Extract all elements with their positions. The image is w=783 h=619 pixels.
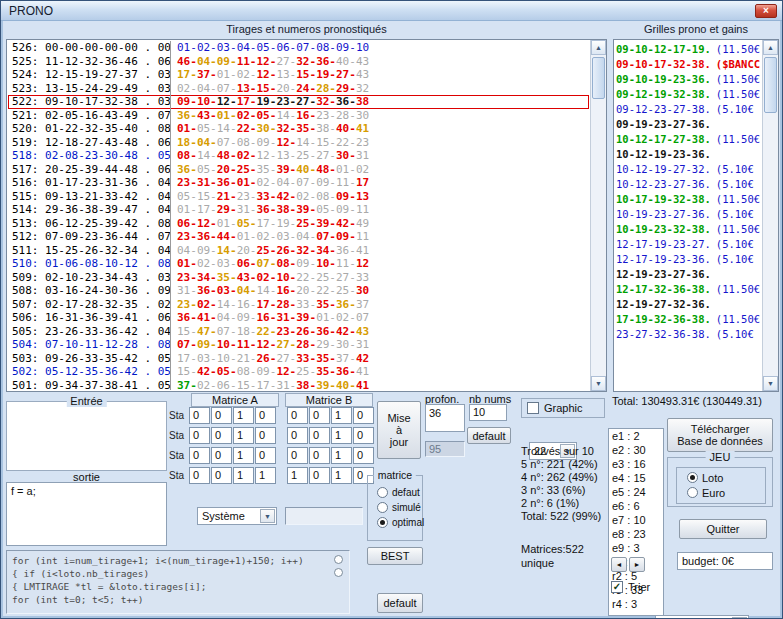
title-bar[interactable]: PRONO × bbox=[1, 1, 782, 21]
matrice-mode-radio-simulé[interactable] bbox=[377, 502, 388, 513]
matrix-b-cell[interactable]: 0 bbox=[309, 427, 330, 444]
jeu-option[interactable]: Loto bbox=[683, 470, 765, 485]
grille-row[interactable]: 10-12-19-23-36. bbox=[616, 147, 761, 162]
matrix-b-cell[interactable]: 1 bbox=[331, 407, 352, 424]
grille-row[interactable]: 09-19-23-27-36. bbox=[616, 117, 761, 132]
tirage-row[interactable]: 518: 02-08-23-30-48 . 0508-14-48-02-12-1… bbox=[8, 149, 589, 163]
grille-row[interactable]: 09-12-19-32-38.(11.50€ bbox=[616, 87, 761, 102]
matrix-a-cell[interactable]: 1 bbox=[255, 467, 276, 484]
matrix-b-cell[interactable]: 1 bbox=[331, 467, 352, 484]
grille-row[interactable]: 09-10-19-23-36.(11.50€ bbox=[616, 72, 761, 87]
systeme-dropdown[interactable]: Système ▼ bbox=[197, 507, 277, 525]
matrix-b-cell[interactable]: 1 bbox=[331, 447, 352, 464]
code-box[interactable]: for (int i=num_tirage+1; i<(num_tirage+1… bbox=[6, 550, 350, 614]
tirage-row[interactable]: 513: 06-12-25-39-42 . 0806-12-01-05-17-1… bbox=[8, 217, 589, 231]
grille-row[interactable]: 10-19-23-32-38.(11.50€ bbox=[616, 222, 761, 237]
grille-row[interactable]: 09-10-12-17-19.(11.50€ bbox=[616, 42, 761, 57]
matrix-a-cell[interactable]: 0 bbox=[211, 407, 232, 424]
matrix-b-cell[interactable]: 0 bbox=[309, 447, 330, 464]
graphic-checkbox[interactable] bbox=[527, 402, 539, 414]
matrix-a-cell[interactable]: 1 bbox=[233, 467, 254, 484]
quitter-button[interactable]: Quitter bbox=[679, 519, 767, 539]
grille-row[interactable]: 12-19-23-27-36. bbox=[616, 267, 761, 282]
matrix-b-cell[interactable]: 0 bbox=[353, 427, 374, 444]
trier-combobox[interactable]: 10-4-22A ▼ bbox=[655, 615, 749, 619]
matrice-mode-radio-optimal[interactable] bbox=[377, 517, 388, 528]
tirage-row[interactable]: 508: 03-16-24-30-36 . 0931-36-03-04-14-1… bbox=[8, 284, 589, 298]
matrix-b-cell[interactable]: 0 bbox=[309, 407, 330, 424]
matrix-b-cell[interactable]: 0 bbox=[287, 427, 308, 444]
grille-row[interactable]: 09-10-17-32-38.($BANCC bbox=[616, 57, 761, 72]
matrix-a-cell[interactable]: 0 bbox=[255, 407, 276, 424]
matrix-b-cell[interactable]: 0 bbox=[287, 447, 308, 464]
scrollbar-thumb[interactable] bbox=[592, 57, 605, 99]
er-list-item[interactable]: e1 : 2 bbox=[609, 429, 663, 443]
tirage-row[interactable]: 504: 07-10-11-12-28 . 0807-09-10-11-12-2… bbox=[8, 338, 589, 352]
tirage-row[interactable]: 501: 09-34-37-38-41 . 0537-02-06-15-17-3… bbox=[8, 379, 589, 391]
er-list-item[interactable]: e7 : 10 bbox=[609, 513, 663, 527]
tirage-row[interactable]: 509: 02-10-23-34-43 . 0323-34-35-43-02-1… bbox=[8, 271, 589, 285]
jeu-radio-Loto[interactable] bbox=[687, 472, 698, 483]
tirage-row[interactable]: 502: 05-12-35-36-42 . 0515-42-05-08-09-1… bbox=[8, 365, 589, 379]
matrix-a-cell[interactable]: 0 bbox=[189, 427, 210, 444]
grilles-scrollbar[interactable]: ▲ ▼ bbox=[762, 40, 778, 391]
grille-row[interactable]: 10-12-23-27-36.(5.10€ bbox=[616, 177, 761, 192]
grille-row[interactable]: 10-19-23-27-36.(5.10€ bbox=[616, 207, 761, 222]
matrix-a-cell[interactable]: 1 bbox=[233, 427, 254, 444]
matrix-b-cell[interactable]: 1 bbox=[331, 427, 352, 444]
matrice-mode-radio-defaut[interactable] bbox=[377, 487, 388, 498]
tirage-row[interactable]: 520: 01-22-32-35-40 . 0801-05-14-22-30-3… bbox=[8, 122, 589, 136]
tirage-row[interactable]: 521: 02-05-16-43-49 . 0736-43-01-02-05-1… bbox=[8, 109, 589, 123]
matrice-mode-option[interactable]: defaut bbox=[373, 485, 422, 500]
er-list-item[interactable]: e5 : 24 bbox=[609, 485, 663, 499]
tirage-row[interactable]: 519: 12-18-27-43-48 . 0618-04-07-08-09-1… bbox=[8, 136, 589, 150]
er-list-item[interactable]: e6 : 6 bbox=[609, 499, 663, 513]
nbnums-input[interactable]: 10 bbox=[469, 404, 507, 421]
matrix-a-cell[interactable]: 0 bbox=[211, 447, 232, 464]
tirage-row[interactable]: 512: 07-09-23-36-44 . 0723-36-44-01-02-0… bbox=[8, 230, 589, 244]
tirage-row[interactable]: 511: 15-25-26-32-34 . 0404-09-14-20-25-2… bbox=[8, 244, 589, 258]
grilles-list[interactable]: 09-10-12-17-19.(11.50€09-10-17-32-38.($B… bbox=[616, 42, 761, 390]
tirage-row[interactable]: 507: 02-17-28-32-35 . 0223-02-14-16-17-2… bbox=[8, 298, 589, 312]
grille-row[interactable]: 17-19-32-36-38.(11.50€ bbox=[616, 312, 761, 327]
er-list-item[interactable]: e8 : 23 bbox=[609, 527, 663, 541]
matrix-b-cell[interactable]: 0 bbox=[353, 447, 374, 464]
scroll-down-icon[interactable]: ▼ bbox=[591, 376, 606, 391]
grille-row[interactable]: 12-17-32-36-38.(11.50€ bbox=[616, 282, 761, 297]
tirage-row[interactable]: 514: 29-36-38-39-47 . 0401-17-29-31-36-3… bbox=[8, 203, 589, 217]
grille-row[interactable]: 12-17-19-23-36.(5.10€ bbox=[616, 252, 761, 267]
grille-row[interactable]: 09-12-23-27-38.(5.10€ bbox=[616, 102, 761, 117]
grille-row[interactable]: 10-12-17-27-38.(11.50€ bbox=[616, 132, 761, 147]
er-list-item[interactable]: e2 : 30 bbox=[609, 443, 663, 457]
jeu-option[interactable]: Euro bbox=[683, 485, 765, 500]
tirage-row[interactable]: 522: 09-10-17-32-38 . 0309-10-12-17-19-2… bbox=[8, 95, 589, 109]
best-button[interactable]: BEST bbox=[367, 547, 423, 565]
scrollbar-thumb[interactable] bbox=[764, 57, 777, 113]
matrice-mode-option[interactable]: simulé bbox=[373, 500, 422, 515]
tirage-row[interactable]: 516: 01-17-23-31-36 . 0423-31-36-01-02-0… bbox=[8, 176, 589, 190]
matrix-a-cell[interactable]: 0 bbox=[211, 467, 232, 484]
scroll-up-icon[interactable]: ▲ bbox=[763, 40, 778, 55]
trier-checkbox[interactable]: ✓ bbox=[611, 581, 623, 593]
tirage-row[interactable]: 515: 09-13-21-33-42 . 0405-15-21-23-33-4… bbox=[8, 190, 589, 204]
tirage-row[interactable]: 505: 23-26-33-36-42 . 0415-47-07-18-22-2… bbox=[8, 325, 589, 339]
telecharger-button[interactable]: TéléchargerBase de données bbox=[667, 418, 773, 452]
profon-input[interactable]: 36 bbox=[425, 404, 465, 432]
matrix-a-cell[interactable]: 1 bbox=[233, 407, 254, 424]
matrix-a-cell[interactable]: 0 bbox=[189, 407, 210, 424]
matrix-b-cell[interactable]: 1 bbox=[287, 467, 308, 484]
tirage-row[interactable]: 503: 09-26-33-35-42 . 0517-03-10-21-26-2… bbox=[8, 352, 589, 366]
grille-row[interactable]: 10-12-19-27-32.(5.10€ bbox=[616, 162, 761, 177]
er-list-item[interactable]: e9 : 3 bbox=[609, 541, 663, 555]
tirage-row[interactable]: 524: 12-15-19-27-37 . 0317-37-01-02-12-1… bbox=[8, 68, 589, 82]
matrix-a-cell[interactable]: 0 bbox=[189, 467, 210, 484]
tirages-scrollbar[interactable]: ▲ ▼ bbox=[590, 40, 606, 391]
tirage-row[interactable]: 525: 11-12-32-36-46 . 0646-04-09-11-12-2… bbox=[8, 55, 589, 69]
matrix-b-cell[interactable]: 0 bbox=[309, 467, 330, 484]
tirage-row[interactable]: 517: 20-25-39-44-48 . 0636-05-20-25-35-3… bbox=[8, 163, 589, 177]
code-option-radio-1[interactable] bbox=[334, 555, 343, 564]
grille-row[interactable]: 23-27-32-36-38.(5.10€ bbox=[616, 327, 761, 342]
matrix-b-cell[interactable]: 0 bbox=[353, 407, 374, 424]
er-list-item[interactable]: e3 : 16 bbox=[609, 457, 663, 471]
tirage-row[interactable]: 506: 16-31-36-39-41 . 0636-41-04-09-16-3… bbox=[8, 311, 589, 325]
